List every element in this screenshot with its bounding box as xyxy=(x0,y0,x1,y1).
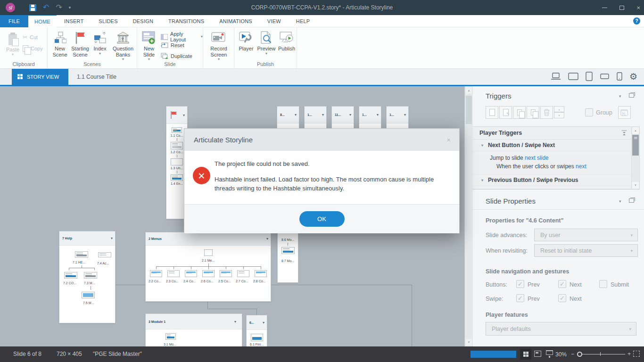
zoom-slider-track[interactable] xyxy=(578,354,625,354)
copy-trigger-button[interactable] xyxy=(513,106,526,119)
delete-trigger-button[interactable] xyxy=(540,106,553,119)
scene-caret-icon[interactable]: ▾ xyxy=(295,113,297,117)
manage-variables-button[interactable]: [x] xyxy=(618,106,631,119)
minimize-button[interactable] xyxy=(602,8,607,8)
tab-view[interactable]: VIEW xyxy=(260,15,289,27)
redo-icon[interactable]: ↷ xyxy=(56,4,62,11)
slide-thumbnail[interactable] xyxy=(150,270,162,277)
tab-animations[interactable]: ANIMATIONS xyxy=(212,15,260,27)
cut-button[interactable]: ✂ Cut xyxy=(23,34,38,41)
new-slide-button[interactable]: New Slide ▾ xyxy=(140,30,158,61)
submit-button-checkbox[interactable] xyxy=(599,280,607,288)
slide-thumbnail[interactable] xyxy=(84,272,97,279)
slide-thumbnail[interactable] xyxy=(167,270,180,277)
customize-toolbar-icon[interactable]: ▾ xyxy=(69,5,71,10)
scroll-down-arrow[interactable]: ▾ xyxy=(632,182,639,189)
scene-caret-icon[interactable]: ▾ xyxy=(404,113,406,117)
tab-help[interactable]: HELP xyxy=(289,15,318,27)
scene-panel-top-4[interactable]: 1...▾ xyxy=(359,106,381,129)
edit-trigger-button[interactable]: ✎ xyxy=(499,106,512,119)
paste-trigger-button[interactable] xyxy=(527,106,539,119)
prev-button-checkbox[interactable] xyxy=(516,280,524,288)
tab-file[interactable]: FILE xyxy=(0,15,28,27)
slide-thumbnail[interactable] xyxy=(255,270,267,277)
tab-transitions[interactable]: TRANSITIONS xyxy=(161,15,212,27)
slide-properties-caret-icon[interactable]: ▾ xyxy=(619,199,621,204)
trigger-expand-icon[interactable]: ▾ xyxy=(481,178,483,182)
player-features-dropdown[interactable]: Player defaults ▾ xyxy=(486,322,636,336)
maximize-button[interactable] xyxy=(619,6,624,10)
undo-icon[interactable]: ↶ xyxy=(43,4,49,11)
zoom-in-button[interactable]: + xyxy=(627,351,631,357)
tablet-portrait-icon[interactable] xyxy=(586,72,593,81)
scroll-up-arrow[interactable]: ▴ xyxy=(466,87,472,94)
tab-design[interactable]: DESIGN xyxy=(125,15,161,27)
scene-caret-icon[interactable]: ▾ xyxy=(266,237,268,241)
swipe-prev-checkbox[interactable] xyxy=(516,294,524,302)
scene-panel-2-menus[interactable]: 2 Menus▾ 2.1 Me... 2.2 C xyxy=(145,232,271,302)
scene-panel-top-5[interactable]: 1...▾ xyxy=(386,106,409,129)
zoom-slider-thumb[interactable] xyxy=(577,352,582,357)
slide-thumbnail[interactable] xyxy=(220,270,232,277)
slide-thumbnail[interactable] xyxy=(172,127,182,133)
trigger-expand-icon[interactable]: ▾ xyxy=(481,143,483,148)
slide-view-toggle-button[interactable] xyxy=(534,351,541,357)
ok-button[interactable]: OK xyxy=(299,211,345,227)
scroll-down-arrow[interactable]: ▾ xyxy=(466,339,472,346)
copy-button[interactable]: Copy xyxy=(23,45,43,52)
scroll-thumb[interactable] xyxy=(466,96,472,124)
slide-thumbnail[interactable] xyxy=(237,270,249,277)
slide-thumbnail[interactable] xyxy=(204,249,213,256)
scene-panel-8-continued[interactable]: 8.6 Mo... 8.7 Mo... xyxy=(277,233,298,283)
trigger-reorder-stepper[interactable]: ▴ ▾ xyxy=(554,106,564,119)
slide-thumbnail[interactable] xyxy=(98,252,111,257)
trigger-next-action[interactable]: Jump to slide next slide When the user c… xyxy=(473,151,639,174)
preview-button[interactable]: Preview ▾ xyxy=(256,30,277,56)
tab-slides[interactable]: SLIDES xyxy=(91,15,125,27)
slide-thumbnail[interactable] xyxy=(75,251,88,258)
triggers-collapse-caret-icon[interactable]: ▾ xyxy=(619,94,621,99)
player-settings-gear-icon[interactable]: ⚙ xyxy=(629,71,637,82)
canvas-vertical-scrollbar[interactable]: ▴ ▾ xyxy=(464,86,473,346)
paste-button[interactable]: Paste ▾ xyxy=(4,31,22,57)
scene-panel-top-1[interactable]: 8...▾ xyxy=(277,106,299,129)
scroll-thumb[interactable] xyxy=(632,135,639,156)
dialog-close-icon[interactable]: × xyxy=(446,136,451,144)
save-icon[interactable] xyxy=(29,4,36,11)
reset-button[interactable]: Reset xyxy=(161,42,184,48)
slide-thumbnail[interactable] xyxy=(171,174,183,181)
new-scene-button[interactable]: New Scene xyxy=(51,30,69,58)
slide-thumbnail[interactable] xyxy=(202,270,215,277)
dialog-title-bar[interactable]: Articulate Storyline × xyxy=(184,129,459,151)
record-screen-button[interactable]: Record Screen ▾ xyxy=(207,30,231,61)
tab-slide-1-1-course-title[interactable]: 1.1 Course Title xyxy=(68,69,125,85)
scene-1-header[interactable]: ▾ xyxy=(166,107,187,124)
scene-panel-top-3[interactable]: 11...▾ xyxy=(331,106,354,129)
scene-panel-6[interactable]: 6...▾ 6.1 Fini... xyxy=(246,315,267,346)
scene-panel-top-2[interactable]: 1...▾ xyxy=(304,106,327,129)
slide-advances-dropdown[interactable]: By user ▾ xyxy=(534,229,638,241)
scene-caret-icon[interactable]: ▾ xyxy=(263,321,264,325)
new-trigger-button[interactable] xyxy=(486,106,498,119)
zoom-level-value[interactable]: 30% xyxy=(555,351,567,358)
group-checkbox[interactable] xyxy=(585,108,593,116)
slide-thumbnail[interactable] xyxy=(171,158,183,165)
duplicate-button[interactable]: Duplicate xyxy=(161,53,192,59)
fit-to-window-button[interactable] xyxy=(633,351,640,357)
scene-panel-3-module1[interactable]: 3 Module 1▾ 3.1 Mo... xyxy=(145,313,242,346)
tab-home[interactable]: HOME xyxy=(28,15,57,27)
slide-thumbnail[interactable] xyxy=(171,142,183,149)
scene-panel-7-help[interactable]: 7 Help▾ 7.1 HE... 7.4 Ac... 7.2 CO... 7.… xyxy=(59,231,116,323)
when-revisiting-dropdown[interactable]: Reset to initial state ▾ xyxy=(534,244,638,257)
scene-caret-icon[interactable]: ▾ xyxy=(349,113,351,117)
slide-thumbnail[interactable] xyxy=(165,333,176,340)
scene-caret-icon[interactable]: ▾ xyxy=(322,113,324,117)
story-view-toggle-button[interactable] xyxy=(520,349,531,360)
triggers-scrollbar[interactable]: ▴ ▾ xyxy=(631,127,639,189)
next-button-checkbox[interactable] xyxy=(558,280,566,288)
close-window-button[interactable]: × xyxy=(636,4,640,11)
move-up-icon[interactable]: ▴ xyxy=(554,106,564,112)
scene-caret-icon[interactable]: ▾ xyxy=(111,236,113,240)
slide-thumbnail[interactable] xyxy=(82,292,95,298)
scroll-up-arrow[interactable]: ▴ xyxy=(632,127,639,134)
